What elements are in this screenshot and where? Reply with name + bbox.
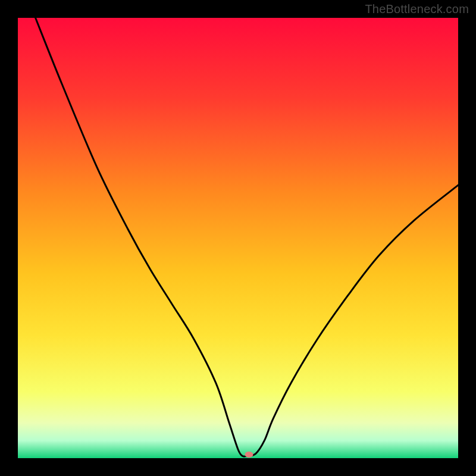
plot-area: [18, 18, 458, 458]
chart-svg: [18, 18, 458, 458]
chart-frame: TheBottleneck.com: [0, 0, 476, 476]
watermark-text: TheBottleneck.com: [365, 2, 469, 16]
optimum-marker: [245, 452, 253, 458]
gradient-background: [18, 18, 458, 458]
